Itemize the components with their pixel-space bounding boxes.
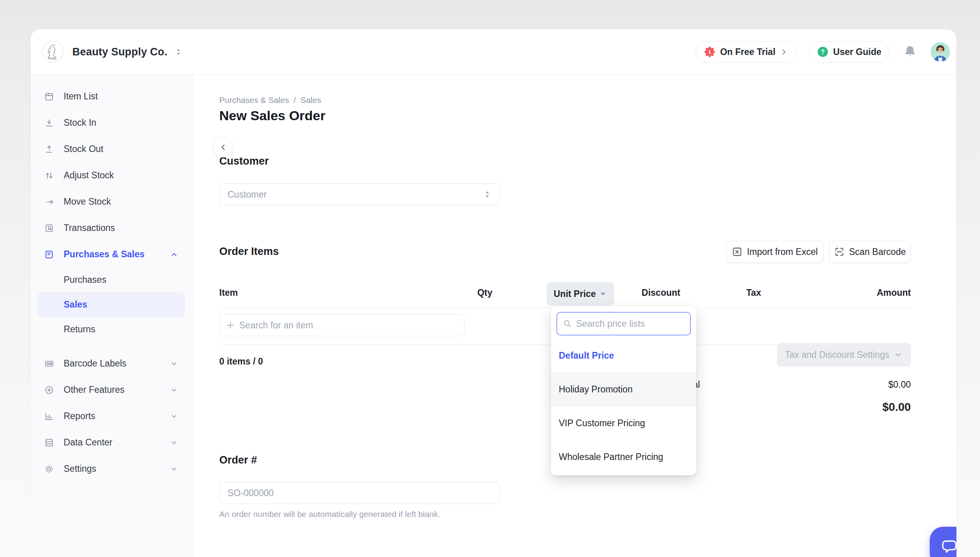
page-title: New Sales Order (219, 108, 325, 123)
sidebar: Item List Stock In Stock Out Adjust Stoc… (31, 75, 193, 557)
chevron-down-icon (894, 350, 903, 359)
sidebar-item-transactions[interactable]: Transactions (31, 215, 192, 241)
plus-icon (226, 321, 235, 330)
sidebar-item-label: Settings (64, 464, 96, 474)
breadcrumb-current[interactable]: Sales (301, 95, 321, 104)
sidebar-subitem-purchases[interactable]: Purchases (38, 268, 185, 292)
sidebar-item-label: Stock Out (64, 144, 103, 154)
price-list-dropdown: Search price lists Default Price Holiday… (551, 306, 696, 475)
sidebar-item-settings[interactable]: Settings (31, 456, 192, 482)
free-trial-button[interactable]: 1 On Free Trial (696, 41, 796, 62)
chevron-right-icon (780, 48, 788, 56)
item-search-input[interactable]: Search for an item (219, 314, 464, 336)
sidebar-item-other-features[interactable]: Other Features (31, 377, 192, 403)
plus-circle-icon (44, 385, 54, 395)
breadcrumb-parent[interactable]: Purchases & Sales (219, 95, 289, 104)
sidebar-subitem-sales[interactable]: Sales (38, 292, 185, 317)
svg-text:beauty: beauty (48, 57, 57, 60)
column-header-unit-price: Unit Price (554, 289, 596, 299)
sidebar-subitem-label: Sales (64, 299, 87, 310)
price-list-option-wholesale[interactable]: Wholesale Partner Pricing (551, 440, 696, 474)
price-list-options: Default Price Holiday Promotion VIP Cust… (551, 339, 696, 474)
adjust-stock-icon (44, 170, 54, 181)
barcode-icon (44, 359, 54, 369)
app-card: beauty Beauty Supply Co. 1 (31, 29, 956, 557)
order-number-helper-text: An order number will be automatically ge… (219, 509, 440, 519)
import-from-excel-label: Import from Excel (747, 247, 818, 257)
price-list-option-holiday[interactable]: Holiday Promotion (551, 372, 696, 406)
sidebar-item-move-stock[interactable]: Move Stock (31, 189, 192, 215)
column-header-item: Item (219, 288, 238, 298)
sidebar-item-purchases-sales[interactable]: Purchases & Sales (31, 241, 192, 268)
question-icon: ? (817, 46, 828, 57)
select-arrows-icon (483, 190, 492, 199)
move-stock-icon (44, 197, 54, 207)
chat-support-button[interactable] (930, 527, 956, 557)
sidebar-subitem-label: Purchases (64, 275, 106, 285)
sidebar-item-label: Stock In (64, 117, 96, 128)
bar-chart-icon (44, 411, 54, 421)
order-items-heading: Order Items (219, 246, 279, 258)
chevron-down-icon (170, 412, 178, 420)
price-list-search-placeholder: Search price lists (576, 319, 645, 329)
customer-select[interactable]: Customer (219, 183, 500, 205)
breadcrumb: Purchases & Sales / Sales (219, 95, 321, 105)
sidebar-item-label: Reports (64, 411, 95, 421)
stock-in-icon (44, 118, 54, 128)
sidebar-item-reports[interactable]: Reports (31, 403, 192, 429)
sidebar-item-barcode-labels[interactable]: Barcode Labels (31, 350, 192, 377)
sidebar-item-stock-in[interactable]: Stock In (31, 110, 192, 136)
breadcrumb-separator: / (294, 95, 296, 104)
company-switcher-icon[interactable] (174, 48, 182, 56)
price-list-option-default[interactable]: Default Price (551, 339, 696, 372)
order-number-heading: Order # (219, 454, 257, 466)
purchases-sales-icon (44, 249, 54, 260)
sidebar-spacer (31, 342, 192, 350)
header-actions: 1 On Free Trial ? User Guide (696, 41, 950, 62)
gear-icon (44, 464, 54, 474)
user-guide-label: User Guide (833, 47, 881, 57)
chat-bubble-icon (940, 537, 956, 556)
customer-select-placeholder: Customer (228, 189, 267, 200)
items-count: 0 items / 0 (219, 356, 263, 367)
transactions-icon (44, 223, 54, 233)
sidebar-item-item-list[interactable]: Item List (31, 83, 192, 110)
sidebar-item-data-center[interactable]: Data Center (31, 429, 192, 456)
search-icon (563, 319, 572, 328)
page-bg: { "app": { "company": "Beauty Supply Co.… (0, 0, 980, 557)
user-guide-button[interactable]: ? User Guide (809, 41, 890, 62)
column-header-qty: Qty (457, 288, 492, 298)
tax-discount-settings-button[interactable]: Tax and Discount Settings (777, 343, 911, 366)
sidebar-subitem-returns[interactable]: Returns (38, 317, 185, 342)
item-search-placeholder: Search for an item (239, 320, 313, 331)
scan-icon (834, 247, 844, 257)
sidebar-item-label: Other Features (64, 385, 125, 395)
sidebar-collapse-button[interactable] (213, 137, 233, 158)
scan-barcode-button[interactable]: Scan Barcode (829, 241, 911, 263)
chevron-up-icon (170, 251, 178, 258)
chevron-down-icon (170, 439, 178, 447)
import-from-excel-button[interactable]: Import from Excel (726, 241, 824, 263)
sidebar-item-label: Transactions (64, 223, 115, 233)
sidebar-item-label: Data Center (64, 437, 112, 448)
chevron-down-icon (170, 386, 178, 394)
svg-text:1: 1 (708, 49, 711, 55)
triangle-down-icon (600, 292, 606, 296)
user-avatar[interactable] (930, 42, 950, 62)
price-list-option-vip[interactable]: VIP Customer Pricing (551, 406, 696, 440)
svg-text:?: ? (821, 49, 825, 55)
subtotal-value: $0.00 (888, 379, 911, 390)
company-name[interactable]: Beauty Supply Co. (72, 46, 167, 58)
order-number-input[interactable]: SO-000000 (219, 482, 500, 504)
unit-price-column-dropdown[interactable]: Unit Price (547, 282, 614, 306)
price-list-search-input[interactable]: Search price lists (556, 312, 691, 335)
notifications-bell-icon[interactable] (903, 44, 918, 59)
sidebar-item-adjust-stock[interactable]: Adjust Stock (31, 162, 192, 189)
sidebar-item-label: Item List (64, 91, 98, 102)
chevron-down-icon (170, 465, 178, 473)
free-trial-label: On Free Trial (720, 47, 776, 57)
sidebar-item-stock-out[interactable]: Stock Out (31, 136, 192, 162)
trial-badge-icon: 1 (704, 46, 716, 58)
top-header: beauty Beauty Supply Co. 1 (31, 29, 956, 75)
column-header-amount: Amount (832, 288, 911, 298)
